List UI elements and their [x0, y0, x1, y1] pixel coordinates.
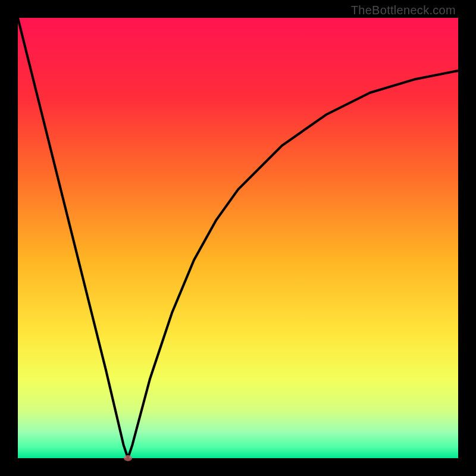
plot-area [18, 18, 458, 458]
curve-layer [18, 18, 458, 458]
optimum-marker [124, 455, 132, 461]
chart-frame: TheBottleneck.com [0, 0, 476, 476]
bottleneck-curve [18, 18, 458, 458]
attribution-label: TheBottleneck.com [351, 4, 456, 17]
